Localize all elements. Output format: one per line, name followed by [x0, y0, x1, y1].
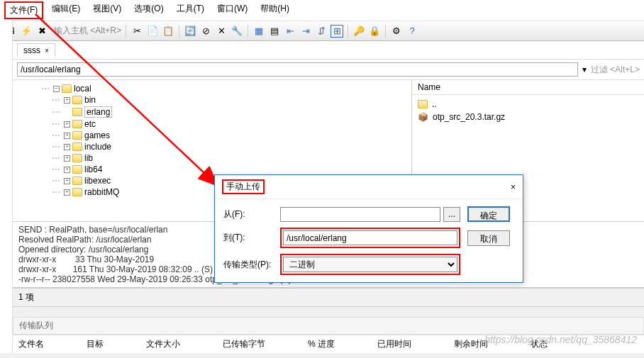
- tree-item-include[interactable]: ⋯+include: [13, 141, 411, 152]
- folder-icon: [72, 188, 82, 196]
- from-input[interactable]: [280, 207, 440, 222]
- view-list-icon[interactable]: ▦: [252, 25, 265, 38]
- dialog-close-icon[interactable]: ×: [511, 182, 516, 192]
- paste-icon[interactable]: 📋: [162, 25, 174, 38]
- expander-icon[interactable]: +: [64, 189, 70, 196]
- expander-icon[interactable]: +: [64, 121, 70, 128]
- nav4-icon[interactable]: ⊞: [331, 25, 343, 38]
- refresh-icon[interactable]: 🔄: [184, 25, 196, 38]
- label-from: 从(F):: [223, 208, 273, 220]
- tab-bar: ssss ×: [13, 41, 644, 60]
- col-transferred[interactable]: 已传输字节: [223, 338, 265, 350]
- col-target[interactable]: 目标: [87, 338, 104, 350]
- settings-icon[interactable]: ⚙: [390, 25, 403, 38]
- quickconnect-icon[interactable]: ⚡: [20, 25, 33, 38]
- folder-icon: [72, 131, 82, 140]
- dialog-title: 手动上传: [222, 179, 265, 194]
- tree-item-etc[interactable]: ⋯+etc: [13, 118, 411, 130]
- expander-icon[interactable]: +: [64, 144, 70, 150]
- label-type: 传输类型(P):: [223, 259, 273, 271]
- label-to: 到(T):: [223, 232, 273, 244]
- folder-icon: [72, 142, 82, 151]
- expander-icon[interactable]: +: [64, 178, 70, 184]
- help-icon[interactable]: ?: [406, 25, 418, 38]
- properties-icon[interactable]: 🔧: [231, 25, 243, 38]
- menu-help[interactable]: 帮助(H): [256, 1, 294, 19]
- type-select[interactable]: 二进制: [283, 257, 457, 272]
- col-remaining[interactable]: 剩余时间: [454, 338, 488, 350]
- col-size[interactable]: 文件大小: [146, 338, 180, 350]
- col-filename[interactable]: 文件名: [18, 338, 44, 350]
- upload-dialog: 手动上传 × 从(F): ... 确定 到(T): 取消 传输类型(P): 二进…: [214, 174, 523, 283]
- archive-icon: 📦: [418, 112, 428, 122]
- host-hint: 输入主机 <Alt+R>: [54, 25, 121, 37]
- tree-label: local: [74, 84, 91, 94]
- left-gutter: [0, 20, 13, 353]
- nav3-icon[interactable]: ⇵: [315, 25, 328, 38]
- path-bar: ▾ 过滤 <Alt+L>: [13, 60, 644, 80]
- folder-icon: [72, 120, 82, 128]
- folder-icon: [62, 84, 72, 93]
- list-row-up[interactable]: ..: [418, 98, 638, 111]
- to-input[interactable]: [283, 230, 457, 245]
- menu-options[interactable]: 选项(O): [130, 1, 167, 19]
- delete-icon[interactable]: ⊘: [199, 25, 212, 38]
- watermark: https://blog.csdn.net/qq_35868412: [484, 334, 637, 345]
- nav1-icon[interactable]: ⇤: [284, 25, 296, 38]
- path-input[interactable]: [17, 62, 578, 77]
- session-tab[interactable]: ssss ×: [17, 43, 55, 57]
- menu-file[interactable]: 文件(F): [4, 1, 43, 19]
- expander-icon[interactable]: +: [64, 133, 70, 139]
- col-progress[interactable]: % 进度: [308, 338, 335, 350]
- tree-item-erlang[interactable]: ⋯erlang: [13, 106, 411, 118]
- folder-icon: [72, 96, 82, 104]
- ok-button[interactable]: 确定: [467, 206, 510, 222]
- cancel-icon[interactable]: ✕: [215, 25, 228, 38]
- folder-icon: [72, 165, 82, 174]
- menu-view[interactable]: 视图(V): [89, 1, 126, 19]
- menu-edit[interactable]: 编辑(E): [48, 1, 84, 19]
- tree-item-bin[interactable]: ⋯+bin: [13, 94, 411, 106]
- tree-item-lib64[interactable]: ⋯+lib64: [13, 164, 411, 175]
- menu-window[interactable]: 窗口(W): [213, 1, 252, 19]
- folder-icon: [72, 177, 82, 185]
- toolbar: 🖥 ⚡ ✖ 输入主机 <Alt+R> ✂ 📄 📋 🔄 ⊘ ✕ 🔧 ▦ ▤ ⇤ ⇥…: [0, 21, 644, 41]
- copy-icon[interactable]: 📄: [146, 25, 159, 38]
- folder-icon: [418, 100, 428, 108]
- cut-icon[interactable]: ✂: [131, 25, 143, 38]
- browse-button[interactable]: ...: [443, 207, 460, 222]
- expander-icon[interactable]: −: [53, 86, 60, 92]
- tab-label: ssss: [23, 45, 40, 55]
- folder-icon: [72, 154, 82, 162]
- nav2-icon[interactable]: ⇥: [299, 25, 312, 38]
- tree-item-games[interactable]: ⋯+games: [13, 130, 411, 141]
- status-bar: 1 项: [13, 288, 644, 307]
- expander-icon[interactable]: +: [64, 155, 70, 162]
- expander-icon[interactable]: +: [64, 167, 70, 173]
- view-detail-icon[interactable]: ▤: [268, 25, 281, 38]
- filter-hint: 过滤 <Alt+L>: [591, 64, 640, 76]
- menu-tools[interactable]: 工具(T): [172, 1, 209, 19]
- lock-icon[interactable]: 🔒: [368, 25, 381, 38]
- tree-root[interactable]: ⋯ − local: [13, 83, 411, 94]
- cancel-button[interactable]: 取消: [467, 230, 510, 246]
- tab-close-icon[interactable]: ×: [45, 47, 49, 55]
- queue-header: 传输队列: [13, 317, 644, 335]
- tree-item-lib[interactable]: ⋯+lib: [13, 152, 411, 164]
- path-dropdown-icon[interactable]: ▾: [582, 65, 587, 74]
- list-row-file[interactable]: 📦otp_src_20.3.tar.gz: [418, 111, 638, 123]
- disconnect-icon[interactable]: ✖: [35, 25, 48, 38]
- list-header-name[interactable]: Name: [412, 80, 644, 95]
- key-icon[interactable]: 🔑: [352, 25, 365, 38]
- expander-icon[interactable]: +: [64, 97, 70, 104]
- menubar: 文件(F) 编辑(E) 视图(V) 选项(O) 工具(T) 窗口(W) 帮助(H…: [0, 0, 644, 21]
- folder-icon: [72, 108, 82, 116]
- col-elapsed[interactable]: 已用时间: [377, 338, 411, 350]
